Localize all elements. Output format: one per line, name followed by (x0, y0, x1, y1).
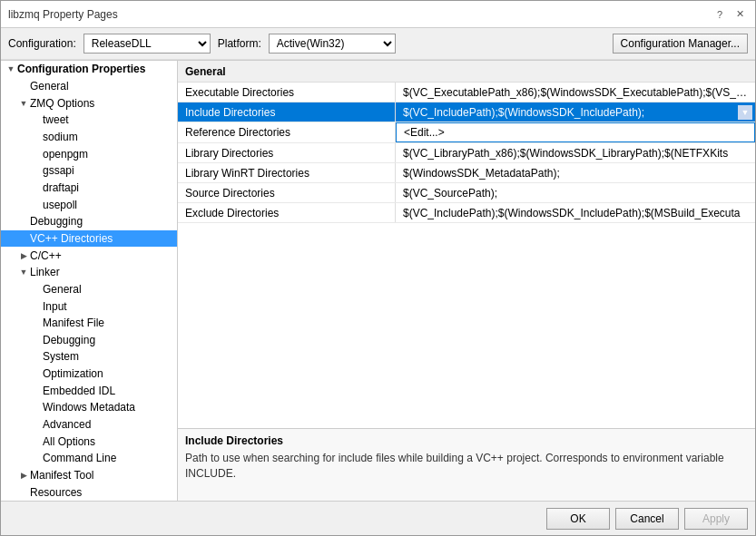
cancel-button[interactable]: Cancel (615, 508, 679, 530)
tree-item-manifest-tool[interactable]: ▶ Manifest Tool (1, 467, 177, 484)
prop-row-include-dirs[interactable]: Include Directories $(VC_IncludePath);$(… (178, 102, 755, 122)
prop-row-library-winrt-dirs[interactable]: Library WinRT Directories $(WindowsSDK_M… (178, 163, 755, 183)
tree-item-advanced[interactable]: Advanced (1, 416, 177, 434)
tree-item-all-options[interactable]: All Options (1, 433, 177, 450)
tree-toggle-cpp: ▶ (17, 249, 30, 262)
spacer-lg (30, 283, 43, 296)
prop-name-reference-dirs: Reference Directories (178, 122, 396, 142)
tree-item-sodium[interactable]: sodium (1, 129, 177, 146)
spacer-ld (30, 334, 43, 346)
tree-item-linker-debugging[interactable]: Debugging (1, 332, 177, 349)
prop-value-include-dirs: $(VC_IncludePath);$(WindowsSDK_IncludePa… (396, 102, 755, 122)
config-label: Configuration: (8, 37, 76, 50)
properties-table: Executable Directories $(VC_ExecutablePa… (178, 83, 755, 428)
prop-value-exclude-dirs: $(VC_IncludePath);$(WindowsSDK_IncludePa… (396, 203, 755, 222)
property-pages-window: libzmq Property Pages ? ✕ Configuration:… (0, 0, 756, 536)
spacer-vc-dirs (17, 232, 30, 245)
include-dirs-dropdown-button[interactable]: ▼ (737, 104, 753, 121)
tree-item-linker-general[interactable]: General (1, 281, 177, 298)
tree-item-linker[interactable]: ▼ Linker (1, 264, 177, 281)
spacer-wm (30, 401, 43, 414)
bottom-bar: OK Cancel Apply (1, 501, 755, 535)
main-content: ▼ Configuration Properties General ▼ ZMQ… (1, 60, 755, 501)
tree-item-openpgm[interactable]: openpgm (1, 145, 177, 162)
tree-item-tweet[interactable]: tweet (1, 112, 177, 129)
prop-name-source-dirs: Source Directories (178, 183, 396, 202)
prop-name-library-dirs: Library Directories (178, 143, 396, 162)
tree-item-general[interactable]: General (1, 78, 177, 95)
config-bar: Configuration: ReleaseDLL Platform: Acti… (1, 28, 755, 60)
tree-item-resources[interactable]: Resources (1, 483, 177, 501)
spacer-cl (30, 452, 43, 464)
tree-toggle-linker: ▼ (17, 266, 30, 278)
tree-item-draftapi[interactable]: draftapi (1, 180, 177, 197)
info-panel-title: Include Directories (185, 434, 748, 447)
left-panel: ▼ Configuration Properties General ▼ ZMQ… (1, 61, 178, 501)
right-panel-title: General (185, 65, 226, 78)
tree-item-linker-input[interactable]: Input (1, 297, 177, 315)
prop-value-library-winrt-dirs: $(WindowsSDK_MetadataPath); (396, 163, 755, 182)
spacer-draftapi (30, 181, 43, 194)
prop-name-executable-dirs: Executable Directories (178, 83, 396, 102)
prop-row-exclude-dirs[interactable]: Exclude Directories $(VC_IncludePath);$(… (178, 203, 755, 223)
right-panel: General Executable Directories $(VC_Exec… (178, 61, 755, 501)
tree-item-vc-directories[interactable]: VC++ Directories (1, 230, 177, 248)
tree-toggle-mt: ▶ (17, 469, 30, 482)
spacer-openpgm (30, 148, 43, 161)
configuration-manager-button[interactable]: Configuration Manager... (613, 34, 748, 54)
prop-row-source-dirs[interactable]: Source Directories $(VC_SourcePath); (178, 183, 755, 203)
spacer-res (17, 486, 30, 499)
spacer-tweet (30, 113, 43, 126)
right-panel-header: General (178, 61, 755, 83)
title-bar: libzmq Property Pages ? ✕ (1, 1, 755, 28)
help-button[interactable]: ? (712, 6, 728, 23)
spacer-opt (30, 367, 43, 380)
prop-value-library-dirs: $(VC_LibraryPath_x86);$(WindowsSDK_Libra… (396, 143, 755, 162)
platform-label: Platform: (218, 37, 261, 50)
tree-item-debugging[interactable]: Debugging (1, 213, 177, 230)
tree-toggle-root: ▼ (5, 63, 17, 75)
close-button[interactable]: ✕ (731, 6, 748, 23)
tree-item-usepoll[interactable]: usepoll (1, 196, 177, 213)
ok-button[interactable]: OK (546, 508, 610, 530)
tree-root-label: Configuration Properties (17, 63, 145, 75)
tree-item-gssapi[interactable]: gssapi (1, 162, 177, 180)
tree-item-zmq-options[interactable]: ▼ ZMQ Options (1, 94, 177, 112)
spacer-sys (30, 350, 43, 363)
spacer-li (30, 300, 43, 313)
prop-name-library-winrt-dirs: Library WinRT Directories (178, 163, 396, 182)
configuration-select[interactable]: ReleaseDLL (83, 34, 211, 54)
prop-row-executable-dirs[interactable]: Executable Directories $(VC_ExecutablePa… (178, 83, 755, 102)
spacer-general (17, 80, 30, 93)
spacer-debugging (17, 215, 30, 228)
prop-name-include-dirs: Include Directories (178, 102, 396, 122)
prop-name-exclude-dirs: Exclude Directories (178, 203, 396, 222)
tree-toggle-zmq: ▼ (17, 97, 30, 110)
spacer-eidl (30, 385, 43, 397)
spacer-sodium (30, 131, 43, 143)
platform-select[interactable]: Active(Win32) (269, 34, 396, 54)
spacer-usepoll (30, 199, 43, 211)
tree-item-optimization[interactable]: Optimization (1, 365, 177, 383)
tree-item-command-line[interactable]: Command Line (1, 450, 177, 467)
info-panel-text: Path to use when searching for include f… (185, 451, 748, 482)
prop-value-source-dirs: $(VC_SourcePath); (396, 183, 755, 202)
tree-root[interactable]: ▼ Configuration Properties (1, 61, 177, 78)
apply-button[interactable]: Apply (684, 508, 748, 530)
prop-value-reference-dirs[interactable]: <Edit...> (396, 122, 755, 142)
spacer-ao (30, 435, 43, 448)
tree-item-manifest-file[interactable]: Manifest File (1, 315, 177, 332)
info-panel: Include Directories Path to use when sea… (178, 428, 755, 501)
spacer-mf (30, 317, 43, 329)
prop-row-library-dirs[interactable]: Library Directories $(VC_LibraryPath_x86… (178, 143, 755, 163)
tree-item-windows-metadata[interactable]: Windows Metadata (1, 399, 177, 416)
tree-item-cpp[interactable]: ▶ C/C++ (1, 247, 177, 264)
title-bar-controls: ? ✕ (712, 6, 748, 23)
prop-row-reference-dirs[interactable]: Reference Directories <Edit...> (178, 122, 755, 143)
spacer-gssapi (30, 164, 43, 177)
tree-item-system[interactable]: System (1, 348, 177, 365)
tree-item-embedded-idl[interactable]: Embedded IDL (1, 382, 177, 399)
window-title: libzmq Property Pages (8, 8, 118, 21)
spacer-adv (30, 418, 43, 431)
prop-value-executable-dirs: $(VC_ExecutablePath_x86);$(WindowsSDK_Ex… (396, 83, 755, 102)
